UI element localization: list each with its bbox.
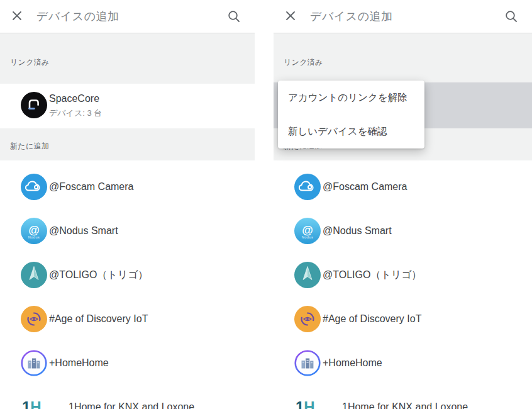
nodus-at-badge-icon: @ Nodus xyxy=(294,218,321,244)
foscam-cloud-camera-icon xyxy=(21,174,47,200)
device-label: 1Home for KNX and Loxone xyxy=(69,401,194,409)
device-row-age-of-discovery[interactable]: #Age of Discovery IoT xyxy=(274,297,532,341)
device-row-1home[interactable]: 1H 1Home for KNX and Loxone xyxy=(0,385,255,409)
device-label: 1Home for KNX and Loxone xyxy=(342,401,468,409)
linked-device-count: デバイス: 3 台 xyxy=(49,108,102,119)
section-label-linked: リンク済み xyxy=(284,57,323,68)
homehome-buildings-icon xyxy=(294,350,321,376)
svg-text:Nodus: Nodus xyxy=(28,235,40,239)
device-row-nodus[interactable]: @ Nodus @Nodus Smart xyxy=(274,209,532,253)
device-row-nodus[interactable]: @ Nodus @Nodus Smart xyxy=(0,209,255,253)
app-header: デバイスの追加 xyxy=(0,0,255,33)
section-label-linked: リンク済み xyxy=(10,57,50,68)
spacecore-logo-icon xyxy=(21,92,47,118)
menu-item-unlink-account[interactable]: アカウントのリンクを解除 xyxy=(278,81,424,115)
device-label: +HomeHome xyxy=(323,357,382,369)
device-row-homehome[interactable]: +HomeHome xyxy=(274,341,532,385)
section-label-add-new: 新たに追加 xyxy=(10,141,49,152)
age-of-discovery-eye-icon xyxy=(294,306,321,332)
close-button[interactable] xyxy=(284,9,299,24)
toligo-sail-icon xyxy=(294,262,321,288)
onehome-1h-logo-icon: 1H xyxy=(21,394,51,409)
device-label: @TOLIGO（トリゴ） xyxy=(323,269,422,282)
onehome-1h-logo-icon: 1H xyxy=(294,394,324,409)
device-label: @Nodus Smart xyxy=(323,225,392,237)
header-divider xyxy=(274,33,532,33)
device-row-age-of-discovery[interactable]: #Age of Discovery IoT xyxy=(0,297,255,341)
add-device-screen-left: デバイスの追加 リンク済み SpaceCore デバイス: 3 台 新たに追加 xyxy=(0,0,255,409)
device-label: @TOLIGO（トリゴ） xyxy=(49,269,148,282)
nodus-at-badge-icon: @ Nodus xyxy=(21,218,47,244)
svg-text:@: @ xyxy=(302,224,313,237)
age-of-discovery-eye-icon xyxy=(21,306,47,332)
device-label: #Age of Discovery IoT xyxy=(49,313,148,325)
device-label: #Age of Discovery IoT xyxy=(323,313,421,325)
linked-device-row-spacecore[interactable]: SpaceCore デバイス: 3 台 xyxy=(0,84,255,128)
app-header: デバイスの追加 xyxy=(274,0,532,33)
device-row-toligo[interactable]: @TOLIGO（トリゴ） xyxy=(274,253,532,297)
context-menu: アカウントのリンクを解除 新しいデバイスを確認 xyxy=(278,81,424,148)
device-label: @Foscam Camera xyxy=(323,181,407,193)
header-divider xyxy=(0,33,255,33)
close-button[interactable] xyxy=(10,9,25,24)
device-row-toligo[interactable]: @TOLIGO（トリゴ） xyxy=(0,253,255,297)
search-button[interactable] xyxy=(226,8,242,25)
device-label: +HomeHome xyxy=(49,357,109,369)
homehome-buildings-icon xyxy=(21,350,47,376)
device-list: @Foscam Camera @ Nodus @Nodus Smart xyxy=(274,160,532,409)
search-button[interactable] xyxy=(503,8,519,25)
close-icon xyxy=(284,9,299,24)
search-icon xyxy=(503,8,519,25)
device-list: @Foscam Camera @ Nodus @Nodus Smart xyxy=(0,160,255,409)
device-row-homehome[interactable]: +HomeHome xyxy=(0,341,255,385)
menu-item-check-new-devices[interactable]: 新しいデバイスを確認 xyxy=(278,115,424,148)
device-label: @Nodus Smart xyxy=(49,225,118,237)
close-icon xyxy=(10,9,25,24)
search-icon xyxy=(226,8,242,25)
linked-device-name: SpaceCore xyxy=(49,93,99,104)
svg-text:@: @ xyxy=(28,224,40,237)
svg-text:Nodus: Nodus xyxy=(302,235,313,239)
device-label: @Foscam Camera xyxy=(49,181,134,193)
add-device-screen-right: デバイスの追加 リンク済み 新たに追加 アカウントのリンクを解除 新しいデバイス… xyxy=(274,0,532,409)
device-row-foscam[interactable]: @Foscam Camera xyxy=(274,165,532,209)
device-row-foscam[interactable]: @Foscam Camera xyxy=(0,165,255,209)
device-row-1home[interactable]: 1H 1Home for KNX and Loxone xyxy=(274,385,532,409)
foscam-cloud-camera-icon xyxy=(294,174,321,200)
page-title: デバイスの追加 xyxy=(310,0,393,33)
page-title: デバイスの追加 xyxy=(36,0,119,33)
toligo-sail-icon xyxy=(21,262,47,288)
